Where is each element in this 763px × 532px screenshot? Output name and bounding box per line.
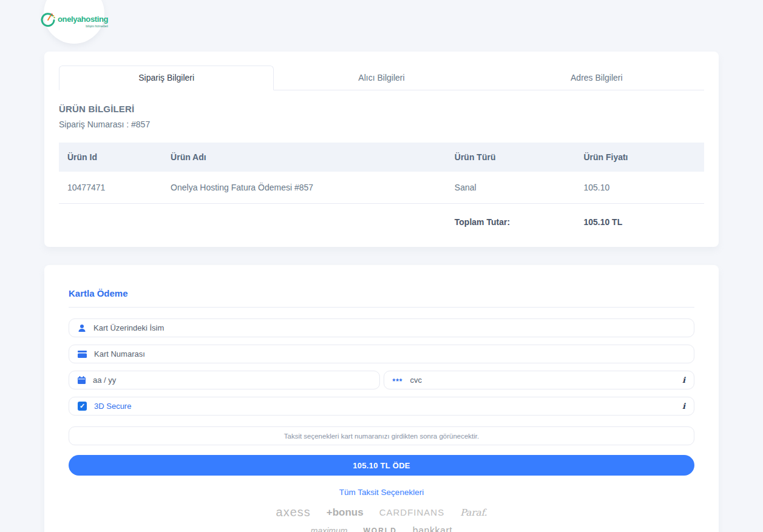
cvc-field[interactable]: *** i (384, 371, 695, 389)
header-product-name: Ürün Adı (162, 143, 446, 172)
cell-product-type: Sanal (446, 172, 575, 204)
products-table: Ürün Id Ürün Adı Ürün Türü Ürün Fiyatı 1… (59, 143, 704, 238)
pay-button[interactable]: 105.10 TL ÖDE (69, 455, 694, 476)
header-product-type: Ürün Türü (446, 143, 575, 172)
cell-product-name: Onelya Hosting Fatura Ödemesi #857 (162, 172, 446, 204)
bank-logos: axess +bonus CARDFINANS Paraf. maximum W… (69, 505, 694, 532)
logo[interactable]: onelyahosting bilişim hizmetleri (44, 0, 104, 44)
tab-order-info[interactable]: Sipariş Bilgileri (59, 66, 274, 90)
person-icon (78, 324, 86, 332)
cvc-dots-icon: *** (393, 378, 403, 385)
axess-logo: axess (276, 505, 311, 519)
tabs-bar: Sipariş Bilgileri Alıcı Bilgileri Adres … (59, 66, 704, 90)
table-header-row: Ürün Id Ürün Adı Ürün Türü Ürün Fiyatı (59, 143, 704, 172)
product-info-heading: ÜRÜN BİLGİLERİ (59, 104, 704, 114)
3d-secure-label: 3D Secure (94, 402, 675, 411)
logo-gauge-icon (40, 12, 56, 30)
cvc-info-icon[interactable]: i (682, 375, 685, 385)
logo-tagline: bilişim hizmetleri (86, 24, 108, 28)
maximum-logo: maximum (311, 526, 348, 532)
divider (69, 307, 694, 308)
card-number-input[interactable] (94, 349, 685, 359)
payment-title: Kartla Ödeme (69, 288, 694, 298)
paraf-logo: Paraf. (460, 507, 487, 518)
calendar-icon (78, 376, 86, 384)
cell-product-id: 10477471 (59, 172, 162, 204)
3d-secure-checkbox[interactable]: ✓ (78, 402, 87, 411)
installment-notice: Taksit seçenekleri kart numaranızı girdi… (69, 426, 694, 445)
tab-address-info[interactable]: Adres Bilgileri (489, 66, 704, 90)
expiry-input[interactable] (93, 375, 371, 385)
expiry-field[interactable] (69, 371, 380, 389)
secure-info-icon[interactable]: i (682, 402, 685, 411)
total-label: Toplam Tutar: (446, 204, 575, 238)
cell-product-price: 105.10 (575, 172, 704, 204)
card-number-field[interactable] (69, 345, 694, 363)
total-row: Toplam Tutar: 105.10 TL (59, 204, 704, 238)
main-container: Sipariş Bilgileri Alıcı Bilgileri Adres … (44, 52, 719, 532)
all-installments-link[interactable]: Tüm Taksit Seçenekleri (69, 488, 694, 497)
order-card: Sipariş Bilgileri Alıcı Bilgileri Adres … (44, 52, 719, 247)
total-value: 105.10 TL (575, 204, 704, 238)
table-row: 10477471 Onelya Hosting Fatura Ödemesi #… (59, 172, 704, 204)
cvc-input[interactable] (410, 375, 676, 385)
bankkart-logo: bankkart (413, 525, 452, 532)
bonus-logo: +bonus (327, 507, 364, 519)
world-logo: WORLD (363, 527, 396, 532)
logo-name: onelyahosting (58, 15, 108, 24)
cardfinans-logo: CARDFINANS (379, 507, 445, 517)
header-product-id: Ürün Id (59, 143, 162, 172)
secure-row[interactable]: ✓ 3D Secure i (69, 397, 694, 416)
credit-card-icon (78, 351, 87, 358)
card-name-input[interactable] (93, 323, 685, 332)
tab-buyer-info[interactable]: Alıcı Bilgileri (274, 66, 489, 90)
payment-card: Kartla Ödeme (44, 265, 719, 532)
order-number: Sipariş Numarası : #857 (59, 120, 704, 129)
header-product-price: Ürün Fiyatı (575, 143, 704, 172)
card-name-field[interactable] (69, 318, 694, 337)
